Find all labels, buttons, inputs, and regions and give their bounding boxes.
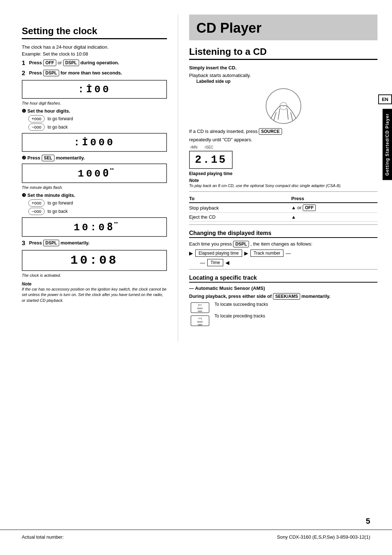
left-section-title: Setting the clock <box>22 25 167 39</box>
insert-title: Simply insert the CD. <box>189 65 377 70</box>
display-2: :İ000 <box>22 133 167 152</box>
svg-text:AMS: AMS <box>197 324 202 326</box>
insert-text: Playback starts automatically. <box>189 73 377 78</box>
cd-player-title: CD Player <box>196 20 370 36</box>
elapsed-display: 2.15 <box>189 151 233 169</box>
svg-line-5 <box>291 112 293 121</box>
cd-player-header: CD Player <box>189 15 377 40</box>
display-5: 10:08 <box>22 250 167 271</box>
table-cell-press: ▲ <box>291 213 377 222</box>
table-row: Stop playback▲ or OFF <box>189 203 377 213</box>
flow-item-3: Time <box>207 259 223 266</box>
svg-text:>>|: >>| <box>198 317 202 320</box>
ams-row: |<< SEEK AMS >>| SEEK AMS To locate succ… <box>189 302 377 328</box>
two-col-layout: Setting the clock The clock has a 24-hou… <box>0 15 392 341</box>
svg-text:SEEK: SEEK <box>197 321 203 323</box>
source-text2: repeatedly until "CD" appears. <box>189 137 377 142</box>
divider-2 <box>189 224 377 225</box>
seek-ams-key: SEEK/AMS <box>273 293 300 300</box>
substep-2-title: ❷ Press SEL momentarily. <box>22 155 167 161</box>
minus-label-1: to go back <box>48 125 68 130</box>
locating-title: Locating a specific track <box>189 275 377 283</box>
elapsed-value: 2.15 <box>195 154 227 166</box>
cd-illustration <box>189 86 377 126</box>
flow-return-row: — Time ◀ <box>200 259 377 266</box>
step-1-row: 1 Press OFF or DSPL during operation. <box>22 60 167 67</box>
ams-forward-label: To locate succeeding tracks <box>215 302 268 307</box>
flow-arrow-3: — <box>286 250 291 256</box>
dspl-key-1: DSPL <box>63 60 79 66</box>
table-cell-to: Eject the CD <box>189 213 291 222</box>
table-cell-to: Stop playback <box>189 203 291 213</box>
example-text: Example: Set the clock to 10:08 <box>22 51 167 57</box>
step-2-num: 2 <box>22 70 27 77</box>
display-1: :İ00 <box>22 80 167 99</box>
side-tab: Getting Started/CD Player <box>383 109 392 180</box>
step-1-num: 1 <box>22 60 27 67</box>
substep-3-title: ❸ Set the minute digits. <box>22 193 167 198</box>
substep-1-title: ❶ Set the hour digits. <box>22 108 167 114</box>
left-note-text: If the car has no accessory position on … <box>22 287 167 303</box>
info-table: To Press Stop playback▲ or OFFEject the … <box>189 195 377 222</box>
elapsed-display-wrapper: rMN rSEC 2.15 <box>189 145 233 170</box>
plus-label-1: to go forward <box>48 116 73 121</box>
table-header-to: To <box>189 195 291 203</box>
page-number: 5 <box>366 516 370 526</box>
minus-label-2: to go back <box>48 209 68 214</box>
dspl-key-2: DSPL <box>43 70 59 76</box>
step-3-text: Press DSPL momentarily. <box>29 240 90 246</box>
display-4: 10:08̈ <box>22 217 167 237</box>
elapsed-labels-top: rMN rSEC <box>191 145 233 149</box>
table-header-row: To Press <box>189 195 377 203</box>
labelled-side: Labelled side up <box>196 79 377 84</box>
footer-left: Actual total number: <box>22 534 64 540</box>
step-3-num: 3 <box>22 240 27 247</box>
plus-key-2-row: +ooo to go forward −ooo to go back <box>28 199 167 215</box>
ams-labels: To locate succeeding tracks To locate pr… <box>215 302 268 319</box>
footer: Actual total number: Sony CDX-3160 (E,S,… <box>0 530 392 544</box>
elapsed-label: Elapsed playing time <box>189 171 377 176</box>
svg-text:SEEK: SEEK <box>197 307 203 309</box>
svg-line-2 <box>274 112 276 121</box>
left-note-block: Note If the car has no accessory positio… <box>22 281 167 303</box>
display5-note: The clock is activated. <box>22 273 167 278</box>
right-note-label: Note <box>189 178 199 183</box>
right-section-title: Listening to a CD <box>189 46 377 60</box>
plus-key-1-row: +ooo to go forward −ooo to go back <box>28 115 167 131</box>
locating-subtitle: — Automatic Music Sensor (AMS) <box>189 285 377 291</box>
source-key: SOURCE <box>259 128 282 135</box>
intro-text: The clock has a 24-hour digital indicati… <box>22 44 167 50</box>
divider-1 <box>189 191 377 192</box>
step-3-row: 3 Press DSPL momentarily. <box>22 240 167 247</box>
step-2-row: 2 Press DSPL for more than two seconds. <box>22 70 167 77</box>
footer-right: Sony CDX-3160 (E,S,P,Sw) 3-859-003-12(1) <box>277 534 370 540</box>
table-cell-press: ▲ or OFF <box>291 203 377 213</box>
plus-label-2: to go forward <box>48 200 73 206</box>
flow-arrow-1: ▶ <box>189 250 193 256</box>
table-header-press: Press <box>291 195 377 203</box>
right-note-text: To play back an 8 cm CD, use the optiona… <box>189 183 377 189</box>
en-badge: EN <box>378 94 392 104</box>
table-body: Stop playback▲ or OFFEject the CD▲ <box>189 203 377 222</box>
change-flow: ▶ Elapsed playing time ▶ Track number — <box>189 250 377 257</box>
display1-note: The hour digit flashes. <box>22 101 167 105</box>
dspl-key-3: DSPL <box>43 240 59 246</box>
dspl-key-changing: DSPL <box>233 241 249 247</box>
minus-key-2: −ooo <box>28 208 45 215</box>
cd-svg <box>260 86 307 126</box>
right-note-block: Note To play back an 8 cm CD, use the op… <box>189 178 377 189</box>
during-text: During playback, press either side of SE… <box>189 293 377 300</box>
left-column: Setting the clock The clock has a 24-hou… <box>0 15 178 341</box>
flow-item-1: Elapsed playing time <box>195 250 242 257</box>
flow-item-2: Track number <box>250 250 284 257</box>
ams-keys-illustration: |<< SEEK AMS >>| SEEK AMS <box>189 302 211 328</box>
svg-text:AMS: AMS <box>197 310 202 312</box>
flow-arrow-2: ▶ <box>244 250 248 256</box>
ams-back-label: To locate preceding tracks <box>215 313 268 319</box>
step-1-text: Press OFF or DSPL during operation. <box>29 60 119 66</box>
plus-key-1: +ooo <box>28 115 45 122</box>
sel-key: SEL <box>42 155 54 161</box>
changing-title: Changing the displayed items <box>189 230 377 238</box>
table-row: Eject the CD▲ <box>189 213 377 222</box>
display3-note: The minute digits flash. <box>22 185 167 190</box>
